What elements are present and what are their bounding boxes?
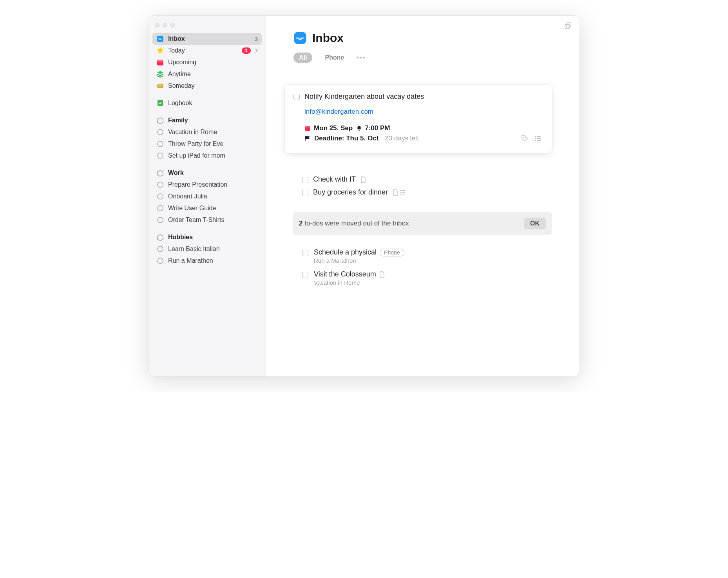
sidebar-project[interactable]: Set up iPad for mom <box>152 150 262 162</box>
sidebar-item-label: Inbox <box>168 35 251 42</box>
svg-rect-3 <box>157 84 163 88</box>
svg-rect-36 <box>402 194 405 194</box>
pie-icon <box>156 128 164 136</box>
svg-point-18 <box>357 57 359 58</box>
svg-point-20 <box>363 57 365 58</box>
pie-icon <box>156 204 164 212</box>
flag-icon <box>304 136 310 142</box>
task-deadline-row[interactable]: Deadline: Thu 5. Oct 23 days left <box>304 135 542 142</box>
sidebar-project[interactable]: Order Team T-Shirts <box>152 214 262 226</box>
checklist-icon <box>400 189 406 196</box>
svg-rect-30 <box>537 140 541 141</box>
moved-task-row[interactable]: Visit the ColosseumVacation in Rome <box>293 268 552 290</box>
sidebar-item-count: 3 <box>255 36 258 42</box>
area-label: Family <box>168 117 258 124</box>
pie-icon <box>156 140 164 148</box>
note-icon <box>360 176 366 183</box>
moved-bar: 2 to-dos were moved out of the Inbox OK <box>293 212 552 235</box>
cube-icon <box>156 116 164 124</box>
calendar-icon <box>156 58 164 66</box>
moved-tasks: Schedule a physicalPhoneRun a MarathonVi… <box>293 246 552 290</box>
sidebar-item-label: Upcoming <box>168 59 258 66</box>
task-checkbox[interactable] <box>293 94 300 100</box>
sidebar-project[interactable]: Throw Party for Eve <box>152 138 262 150</box>
window-controls <box>152 21 262 33</box>
project-label: Write User Guide <box>168 205 258 212</box>
minimize-dot[interactable] <box>163 23 167 27</box>
task-row[interactable]: Buy groceries for dinner <box>293 186 552 199</box>
sidebar-project[interactable]: Prepare Presentation <box>152 179 262 191</box>
note-icon <box>379 271 385 278</box>
sidebar-item-anytime[interactable]: Anytime <box>152 68 262 80</box>
svg-point-9 <box>158 182 163 187</box>
inbox-tasks: Check with ITBuy groceries for dinner <box>293 173 552 199</box>
svg-point-29 <box>535 140 536 141</box>
cube-icon <box>156 169 164 177</box>
tag-icon[interactable] <box>521 135 529 142</box>
task-title: Buy groceries for dinner <box>313 188 388 196</box>
task-date-row[interactable]: Mon 25. Sep 7:00 PM <box>304 124 542 132</box>
svg-point-35 <box>400 193 401 194</box>
checklist-icon[interactable] <box>534 135 542 142</box>
sidebar-project[interactable]: Write User Guide <box>152 202 262 214</box>
task-title: Check with IT <box>313 175 356 184</box>
svg-point-27 <box>535 138 536 139</box>
filter-all[interactable]: All <box>293 53 312 63</box>
filter-phone[interactable]: Phone <box>319 53 350 63</box>
svg-rect-28 <box>537 138 541 139</box>
star-icon <box>156 47 164 55</box>
svg-point-33 <box>400 192 401 193</box>
sidebar-project[interactable]: Run a Marathon <box>152 255 262 267</box>
sidebar-project[interactable]: Learn Basic Italian <box>152 243 262 255</box>
sidebar-item-inbox[interactable]: Inbox 3 <box>152 33 262 45</box>
sidebar-item-count: 7 <box>255 47 258 54</box>
svg-rect-2 <box>157 60 163 62</box>
sidebar-area[interactable]: Family <box>152 115 262 126</box>
task-title[interactable]: Notify Kindergarten about vacay dates <box>304 93 424 101</box>
task-checkbox[interactable] <box>302 250 308 256</box>
bell-icon <box>357 125 362 131</box>
task-project: Vacation in Rome <box>314 279 385 286</box>
tag-filters: All Phone <box>293 53 552 63</box>
task-reminder: 7:00 PM <box>365 124 390 132</box>
task-checkbox[interactable] <box>302 190 308 196</box>
sidebar-project[interactable]: Vacation in Rome <box>152 126 262 138</box>
svg-point-14 <box>158 258 163 264</box>
svg-point-10 <box>158 194 163 199</box>
selected-task-card[interactable]: Notify Kindergarten about vacay dates in… <box>285 85 552 153</box>
task-note-link[interactable]: info@kindergarten.com <box>304 108 542 116</box>
moved-task-row[interactable]: Schedule a physicalPhoneRun a Marathon <box>293 246 552 268</box>
sidebar-item-upcoming[interactable]: Upcoming <box>152 56 262 68</box>
close-dot[interactable] <box>155 23 159 27</box>
task-date: Mon 25. Sep <box>314 124 353 132</box>
zoom-dot[interactable] <box>170 23 175 27</box>
sidebar-item-label: Anytime <box>168 71 258 78</box>
pie-icon <box>156 152 164 160</box>
task-checkbox[interactable] <box>302 177 308 183</box>
new-window-icon[interactable] <box>564 22 572 30</box>
moved-count: 2 <box>299 220 302 227</box>
sidebar-item-logbook[interactable]: Logbook <box>152 97 262 109</box>
svg-point-8 <box>158 153 163 158</box>
sidebar-item-today[interactable]: Today 1 7 <box>152 45 262 56</box>
sidebar-item-badge: 1 <box>242 47 251 54</box>
svg-rect-0 <box>157 36 163 42</box>
page-title-row: Inbox <box>293 31 552 45</box>
sidebar-item-label: Today <box>168 47 238 54</box>
page-title: Inbox <box>312 31 344 45</box>
svg-rect-15 <box>565 24 569 29</box>
pie-icon <box>156 181 164 189</box>
project-label: Throw Party for Eve <box>168 140 258 147</box>
sidebar-item-someday[interactable]: Someday <box>152 80 262 92</box>
sidebar-area[interactable]: Work <box>152 167 262 179</box>
task-tag[interactable]: Phone <box>380 249 404 256</box>
svg-rect-16 <box>567 23 571 27</box>
sidebar-project[interactable]: Onboard Julia <box>152 191 262 202</box>
task-row[interactable]: Check with IT <box>293 173 552 186</box>
sidebar-area[interactable]: Hobbies <box>152 231 262 243</box>
inbox-icon <box>293 31 307 45</box>
filters-more-icon[interactable] <box>357 56 365 59</box>
ok-button[interactable]: OK <box>524 218 546 229</box>
moved-label: to-dos were moved out of the Inbox <box>304 220 409 227</box>
task-checkbox[interactable] <box>302 272 308 278</box>
